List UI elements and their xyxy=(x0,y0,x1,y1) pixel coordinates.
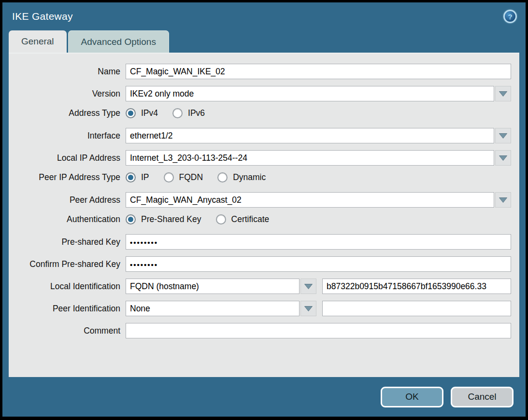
version-row: Version xyxy=(9,86,511,101)
authentication-radio-group: Pre-Shared Key Certificate xyxy=(126,214,511,224)
radio-pre-shared-key-circle[interactable] xyxy=(126,214,136,224)
pre-shared-key-row: Pre-shared Key xyxy=(9,234,511,250)
address-type-label: Address Type xyxy=(9,108,126,118)
dialog-footer: OK Cancel xyxy=(2,377,526,417)
peer-identification-value-input[interactable] xyxy=(322,301,511,316)
comment-label: Comment xyxy=(9,326,126,336)
radio-ip-label: IP xyxy=(141,172,149,182)
radio-ipv4[interactable]: IPv4 xyxy=(126,108,158,118)
tab-bar: General Advanced Options xyxy=(2,30,526,53)
authentication-row: Authentication Pre-Shared Key Certificat… xyxy=(9,214,511,224)
address-type-radio-group: IPv4 IPv6 xyxy=(126,108,511,118)
help-icon[interactable]: ? xyxy=(503,10,517,23)
radio-certificate-circle[interactable] xyxy=(216,214,226,224)
peer-ip-address-type-row: Peer IP Address Type IP FQDN Dynamic xyxy=(9,172,511,182)
local-ip-address-input[interactable] xyxy=(126,150,494,166)
local-identification-value-input[interactable] xyxy=(322,279,511,294)
comment-row: Comment xyxy=(9,323,511,338)
ike-gateway-window: IKE Gateway ? General Advanced Options N… xyxy=(0,0,528,420)
chevron-down-icon xyxy=(304,306,313,311)
name-row: Name xyxy=(9,64,511,79)
radio-ip-circle[interactable] xyxy=(126,172,136,182)
radio-ipv4-circle[interactable] xyxy=(126,108,136,118)
peer-identification-label: Peer Identification xyxy=(9,304,126,314)
ike-gateway-dialog: IKE Gateway ? General Advanced Options N… xyxy=(2,2,526,417)
radio-dynamic-label: Dynamic xyxy=(233,172,266,182)
tab-general[interactable]: General xyxy=(9,30,67,53)
confirm-pre-shared-key-input[interactable] xyxy=(126,256,511,272)
cancel-button[interactable]: Cancel xyxy=(451,387,514,407)
name-input[interactable] xyxy=(126,64,511,79)
radio-pre-shared-key[interactable]: Pre-Shared Key xyxy=(126,214,201,224)
comment-input[interactable] xyxy=(126,323,511,338)
peer-ip-address-type-label: Peer IP Address Type xyxy=(9,172,126,182)
local-identification-dropdown-button[interactable] xyxy=(300,279,316,294)
authentication-label: Authentication xyxy=(9,214,126,224)
peer-address-label: Peer Address xyxy=(9,195,126,205)
interface-dropdown-button[interactable] xyxy=(495,128,511,143)
pre-shared-key-label: Pre-shared Key xyxy=(9,237,126,247)
local-ip-address-dropdown-button[interactable] xyxy=(495,150,511,166)
peer-address-dropdown-button[interactable] xyxy=(495,192,511,208)
radio-certificate-label: Certificate xyxy=(231,214,270,224)
address-type-row: Address Type IPv4 IPv6 xyxy=(9,108,511,118)
local-identification-type-input[interactable] xyxy=(126,279,300,294)
name-label: Name xyxy=(9,67,126,77)
radio-dynamic[interactable]: Dynamic xyxy=(217,172,266,182)
tab-advanced-options[interactable]: Advanced Options xyxy=(68,30,169,53)
peer-identification-type-input[interactable] xyxy=(126,301,300,316)
titlebar: IKE Gateway ? xyxy=(2,2,526,30)
radio-ipv6[interactable]: IPv6 xyxy=(172,108,205,118)
interface-row: Interface xyxy=(9,128,511,143)
version-label: Version xyxy=(9,89,126,99)
peer-ip-address-type-radio-group: IP FQDN Dynamic xyxy=(126,172,511,182)
radio-certificate[interactable]: Certificate xyxy=(216,214,270,224)
interface-label: Interface xyxy=(9,131,126,141)
radio-ipv6-circle[interactable] xyxy=(172,108,183,118)
local-identification-row: Local Identification xyxy=(9,279,511,294)
interface-input[interactable] xyxy=(126,128,494,143)
version-input[interactable] xyxy=(126,86,494,101)
radio-fqdn[interactable]: FQDN xyxy=(164,172,203,182)
radio-fqdn-circle[interactable] xyxy=(164,172,174,182)
dialog-title: IKE Gateway xyxy=(12,11,503,22)
peer-identification-row: Peer Identification xyxy=(9,301,511,316)
peer-identification-dropdown-button[interactable] xyxy=(300,301,316,316)
ok-button[interactable]: OK xyxy=(381,387,443,407)
chevron-down-icon xyxy=(499,155,507,161)
confirm-pre-shared-key-label: Confirm Pre-shared Key xyxy=(9,259,126,269)
general-tab-panel: Name Version Address Type xyxy=(9,53,519,377)
radio-ip[interactable]: IP xyxy=(126,172,149,182)
local-identification-label: Local Identification xyxy=(9,281,126,292)
chevron-down-icon xyxy=(304,284,313,289)
radio-ipv6-label: IPv6 xyxy=(188,108,205,118)
chevron-down-icon xyxy=(499,133,507,139)
radio-pre-shared-key-label: Pre-Shared Key xyxy=(141,214,201,224)
peer-address-row: Peer Address xyxy=(9,192,511,208)
chevron-down-icon xyxy=(499,91,507,97)
radio-dynamic-circle[interactable] xyxy=(217,172,228,182)
version-dropdown-button[interactable] xyxy=(495,86,511,101)
chevron-down-icon xyxy=(499,197,507,203)
local-ip-address-label: Local IP Address xyxy=(9,153,126,163)
radio-fqdn-label: FQDN xyxy=(179,172,203,182)
confirm-pre-shared-key-row: Confirm Pre-shared Key xyxy=(9,256,511,272)
local-ip-address-row: Local IP Address xyxy=(9,150,511,166)
peer-address-input[interactable] xyxy=(126,192,494,208)
radio-ipv4-label: IPv4 xyxy=(141,108,158,118)
pre-shared-key-input[interactable] xyxy=(126,234,511,250)
